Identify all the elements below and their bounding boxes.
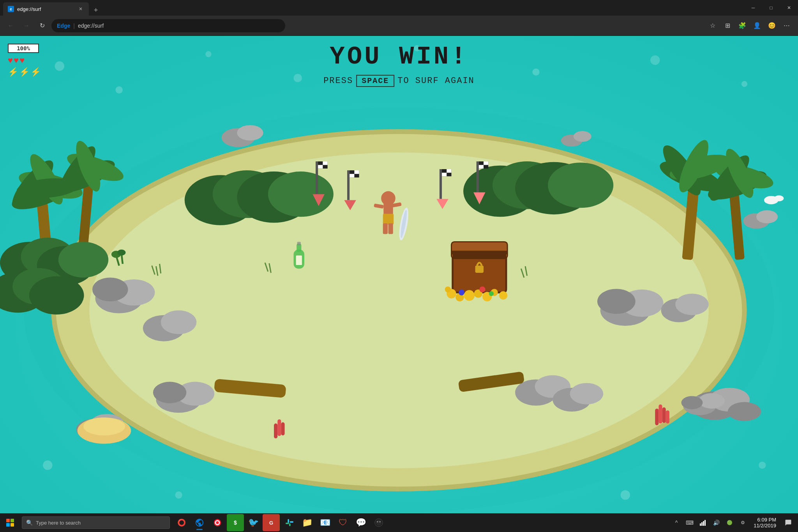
taskbar-chat[interactable]: 💬 (352, 514, 369, 531)
hearts: ♥ ♥ ♥ (8, 55, 41, 65)
svg-point-144 (237, 125, 263, 141)
url-bar[interactable]: Edge | edge://surf (51, 19, 285, 32)
svg-rect-88 (440, 169, 442, 199)
tray-volume[interactable]: 🔊 (711, 517, 722, 528)
svg-rect-96 (479, 165, 484, 168)
tray-network[interactable] (697, 517, 708, 528)
profile-button[interactable]: 👤 (750, 19, 764, 32)
taskbar-opera[interactable] (209, 514, 226, 531)
taskbar-mail[interactable]: 📧 (316, 514, 334, 531)
bolt-1: ⚡ (8, 67, 18, 77)
taskbar-app-green[interactable]: $ (227, 514, 244, 531)
svg-point-174 (377, 521, 378, 523)
maximize-button[interactable]: □ (762, 0, 780, 16)
taskbar-edge[interactable] (191, 514, 208, 531)
bolt-2: ⚡ (19, 67, 30, 77)
start-button[interactable] (0, 513, 20, 532)
svg-point-173 (376, 520, 382, 526)
extensions-button[interactable]: 🧩 (736, 19, 749, 32)
svg-rect-128 (296, 256, 302, 265)
svg-point-72 (570, 383, 604, 405)
notification-button[interactable] (782, 514, 795, 531)
svg-rect-90 (447, 169, 451, 173)
minimize-button[interactable]: ─ (744, 0, 762, 16)
health-bar: 100% (8, 44, 39, 53)
taskbar-security[interactable]: 🛡 (334, 514, 351, 531)
search-placeholder: Type here to search (36, 520, 81, 526)
svg-rect-177 (701, 522, 703, 526)
active-tab[interactable]: e edge://surf ✕ (3, 2, 89, 16)
space-key: SPACE (356, 75, 394, 87)
close-button[interactable]: ✕ (780, 0, 798, 16)
tray-app1[interactable]: 🟢 (724, 517, 735, 528)
svg-rect-93 (477, 161, 479, 192)
svg-rect-136 (662, 407, 666, 423)
svg-point-175 (379, 521, 381, 523)
back-button[interactable]: ← (5, 19, 17, 32)
svg-rect-170 (289, 523, 291, 526)
svg-rect-111 (453, 254, 507, 258)
taskbar-twitter[interactable]: 🐦 (245, 514, 262, 531)
tray-up-arrow[interactable]: ^ (671, 517, 682, 528)
tab-favicon: e (8, 6, 14, 12)
svg-point-120 (499, 291, 507, 299)
new-tab-button[interactable]: + (90, 5, 101, 16)
svg-rect-81 (318, 165, 323, 168)
svg-rect-137 (666, 410, 669, 424)
svg-point-15 (759, 461, 766, 468)
clock[interactable]: 6:09 PM 11/2/2019 (750, 517, 779, 528)
svg-rect-179 (704, 520, 706, 526)
svg-point-68 (153, 382, 187, 403)
heart-3: ♥ (19, 55, 25, 65)
svg-point-164 (681, 396, 703, 409)
heart-1: ♥ (8, 55, 13, 65)
svg-rect-169 (290, 521, 293, 523)
svg-point-161 (117, 249, 125, 255)
svg-point-2 (55, 61, 64, 71)
press-text: PRESS (323, 76, 353, 86)
svg-rect-135 (659, 405, 662, 424)
search-bar[interactable]: 🔍 Type here to search (22, 516, 170, 529)
tray-app2[interactable]: ⚙ (737, 517, 748, 528)
svg-point-7 (532, 69, 539, 76)
svg-rect-171 (286, 523, 289, 524)
svg-point-124 (489, 291, 494, 296)
taskbar-app-red[interactable]: G (263, 514, 280, 531)
svg-rect-132 (277, 419, 281, 436)
game-area: 100% ♥ ♥ ♥ ⚡ ⚡ ⚡ YOU WIN! PRESS SPACE TO… (0, 36, 798, 513)
svg-rect-86 (350, 174, 354, 177)
svg-rect-104 (388, 223, 393, 234)
favorites-button[interactable]: ☆ (706, 19, 719, 32)
taskbar-files[interactable]: 📁 (298, 514, 316, 531)
svg-point-44 (58, 242, 108, 277)
taskbar-game[interactable] (370, 514, 387, 531)
clock-date: 11/2/2019 (754, 523, 776, 528)
emoji-button[interactable]: 😊 (765, 19, 779, 32)
tray-keyboard[interactable]: ⌨ (684, 517, 695, 528)
title-bar: e edge://surf ✕ + ─ □ ✕ (0, 0, 798, 16)
svg-point-142 (83, 417, 125, 435)
svg-rect-78 (316, 161, 318, 194)
tab-close-button[interactable]: ✕ (77, 5, 84, 12)
forward-button[interactable]: → (20, 19, 33, 32)
windows-logo-icon (6, 519, 14, 527)
taskbar-cortana[interactable]: ⭕ (173, 514, 190, 531)
more-button[interactable]: ⋯ (780, 19, 793, 32)
edge-logo: Edge (57, 23, 70, 29)
refresh-button[interactable]: ↻ (36, 19, 48, 32)
svg-point-150 (774, 195, 784, 201)
svg-point-3 (116, 87, 123, 94)
address-bar: ← → ↻ Edge | edge://surf ☆ ⊞ 🧩 👤 😊 ⋯ (0, 16, 798, 36)
svg-point-146 (574, 131, 591, 142)
svg-point-122 (459, 290, 464, 295)
svg-rect-83 (347, 170, 350, 200)
win-message: YOU WIN! PRESS SPACE TO SURF AGAIN (323, 43, 475, 87)
url-divider: | (73, 23, 75, 29)
svg-point-163 (699, 393, 725, 409)
toolbar-icons: ☆ ⊞ 🧩 👤 😊 ⋯ (706, 19, 793, 32)
system-tray: ^ ⌨ 🔊 🟢 ⚙ 6:09 PM 11/2/2019 (671, 514, 798, 531)
collections-button[interactable]: ⊞ (721, 19, 734, 32)
svg-rect-91 (442, 173, 447, 176)
taskbar-slack[interactable] (281, 514, 298, 531)
svg-rect-100 (383, 214, 394, 225)
